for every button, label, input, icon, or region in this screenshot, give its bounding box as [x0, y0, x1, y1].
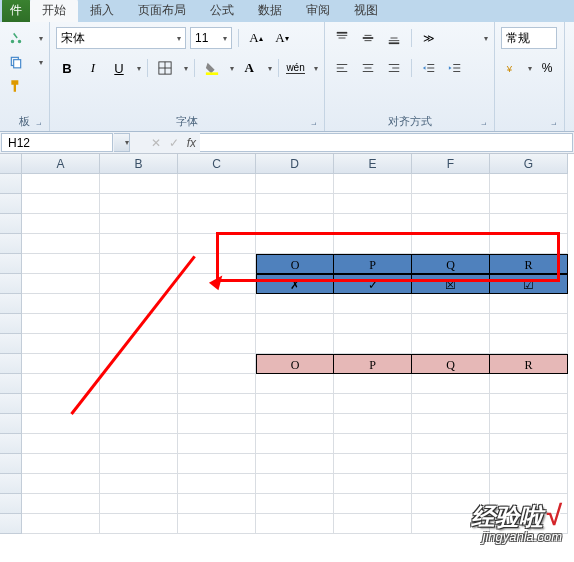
increase-indent-button[interactable] [444, 57, 466, 79]
cell[interactable] [22, 234, 100, 254]
cell[interactable] [490, 394, 568, 414]
cell[interactable] [100, 454, 178, 474]
orientation-button[interactable]: ≫ [418, 27, 440, 49]
cell[interactable] [412, 454, 490, 474]
cell[interactable] [490, 194, 568, 214]
cell[interactable] [100, 374, 178, 394]
cell[interactable]: P [334, 254, 412, 274]
phonetic-button[interactable]: wén [285, 57, 307, 79]
cell[interactable] [334, 194, 412, 214]
cell[interactable] [22, 354, 100, 374]
cell[interactable] [22, 334, 100, 354]
cell[interactable]: ☑ [490, 274, 568, 294]
cell[interactable] [22, 514, 100, 534]
cell[interactable] [490, 414, 568, 434]
row-header[interactable] [0, 194, 22, 214]
cell[interactable] [334, 434, 412, 454]
cell[interactable] [490, 334, 568, 354]
cell[interactable] [178, 314, 256, 334]
grow-font-button[interactable]: A▴ [245, 27, 267, 49]
cell[interactable] [490, 294, 568, 314]
cell[interactable] [334, 414, 412, 434]
cell[interactable] [412, 394, 490, 414]
underline-button[interactable]: U [108, 57, 130, 79]
cell[interactable] [256, 194, 334, 214]
decrease-indent-button[interactable] [418, 57, 440, 79]
cell[interactable] [256, 234, 334, 254]
name-box[interactable]: H12 [1, 133, 113, 152]
cell[interactable] [178, 374, 256, 394]
tab-insert[interactable]: 插入 [78, 0, 126, 22]
cell[interactable] [22, 454, 100, 474]
cell[interactable] [178, 354, 256, 374]
tab-formulas[interactable]: 公式 [198, 0, 246, 22]
cell[interactable] [22, 474, 100, 494]
cell[interactable] [178, 294, 256, 314]
cell[interactable] [22, 214, 100, 234]
cell[interactable] [256, 434, 334, 454]
cell[interactable] [412, 214, 490, 234]
chevron-down-icon[interactable]: ▾ [39, 58, 43, 67]
cell[interactable] [490, 454, 568, 474]
col-header[interactable]: A [22, 154, 100, 174]
cell[interactable] [100, 174, 178, 194]
cell[interactable] [334, 174, 412, 194]
cell[interactable]: ☒ [412, 274, 490, 294]
cell[interactable] [334, 474, 412, 494]
bold-button[interactable]: B [56, 57, 78, 79]
cell[interactable] [178, 454, 256, 474]
cell[interactable] [412, 334, 490, 354]
cell[interactable]: P [334, 354, 412, 374]
cell[interactable] [490, 174, 568, 194]
cell[interactable] [100, 294, 178, 314]
cell[interactable] [334, 314, 412, 334]
cell[interactable] [22, 434, 100, 454]
cell[interactable] [256, 414, 334, 434]
row-header[interactable] [0, 274, 22, 294]
col-header[interactable]: E [334, 154, 412, 174]
row-header[interactable] [0, 514, 22, 534]
chevron-down-icon[interactable]: ▾ [484, 34, 488, 43]
currency-button[interactable]: ¥ [501, 57, 523, 79]
cell[interactable] [334, 214, 412, 234]
col-header[interactable]: C [178, 154, 256, 174]
row-header[interactable] [0, 394, 22, 414]
tab-review[interactable]: 审阅 [294, 0, 342, 22]
row-header[interactable] [0, 434, 22, 454]
cell[interactable]: R [490, 354, 568, 374]
cell[interactable] [100, 334, 178, 354]
align-right-button[interactable] [383, 57, 405, 79]
cell[interactable] [178, 394, 256, 414]
cell[interactable]: O [256, 354, 334, 374]
cell[interactable] [256, 314, 334, 334]
cell[interactable] [178, 474, 256, 494]
cell[interactable] [256, 474, 334, 494]
chevron-down-icon[interactable]: ▾ [230, 64, 234, 73]
row-header[interactable] [0, 214, 22, 234]
cell[interactable] [490, 234, 568, 254]
cell[interactable] [100, 194, 178, 214]
cell[interactable] [178, 494, 256, 514]
tab-view[interactable]: 视图 [342, 0, 390, 22]
row-header[interactable] [0, 454, 22, 474]
row-header[interactable] [0, 334, 22, 354]
cell[interactable] [256, 214, 334, 234]
cell[interactable] [100, 234, 178, 254]
cell[interactable]: ✓ [334, 274, 412, 294]
formula-input[interactable] [200, 133, 573, 152]
cell[interactable] [22, 194, 100, 214]
cell[interactable] [490, 374, 568, 394]
cell[interactable] [178, 514, 256, 534]
col-header[interactable]: F [412, 154, 490, 174]
col-header[interactable]: D [256, 154, 334, 174]
tab-page-layout[interactable]: 页面布局 [126, 0, 198, 22]
enter-icon[interactable]: ✓ [169, 136, 179, 150]
italic-button[interactable]: I [82, 57, 104, 79]
align-top-button[interactable] [331, 27, 353, 49]
file-tab[interactable]: 件 [2, 0, 30, 22]
select-all-corner[interactable] [0, 154, 22, 174]
cell[interactable] [22, 294, 100, 314]
cell[interactable] [412, 234, 490, 254]
cell[interactable] [412, 414, 490, 434]
cell[interactable] [490, 434, 568, 454]
